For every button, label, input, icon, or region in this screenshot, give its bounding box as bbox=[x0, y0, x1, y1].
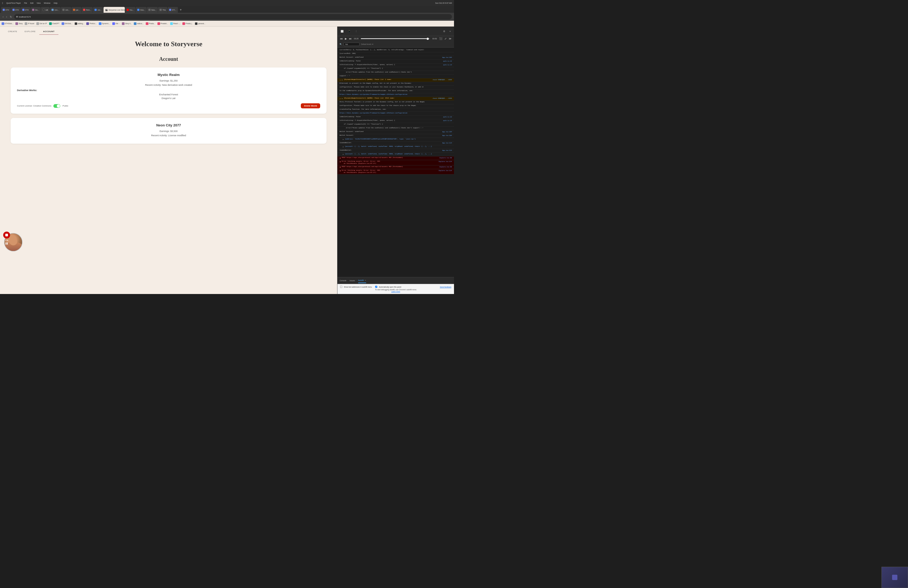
tab-active-storyverse[interactable]: 🎬 Storyverse Live Demo.mp4 × bbox=[103, 7, 125, 13]
bookmark-story[interactable]: Story bbox=[15, 22, 23, 25]
back-button[interactable]: ‹ bbox=[2, 15, 4, 19]
bookmark-pinata2[interactable]: Pinata |... bbox=[182, 22, 193, 25]
bookmark-chatgpt[interactable]: ChatGPT bbox=[49, 22, 60, 25]
nav-account[interactable]: ACCOUNT bbox=[39, 29, 58, 35]
tab-issues[interactable]: Issues bbox=[350, 279, 355, 283]
menu-window[interactable]: Window bbox=[44, 2, 50, 4]
bookmark-parseat[interactable]: parseat... bbox=[195, 22, 205, 25]
log-text: POST https://api.storyprotocol.net/api/v… bbox=[342, 157, 439, 159]
url-bar[interactable]: localhost:5174 bbox=[14, 14, 452, 19]
auto-open-checkbox[interactable] bbox=[375, 286, 377, 288]
log-text: [DynamicWagmiConnector] [WARN]: Chain (i… bbox=[344, 97, 431, 99]
vc-fullscreen-icon[interactable]: ⤢ bbox=[444, 37, 447, 40]
autofill-tab-close-icon[interactable]: × bbox=[365, 279, 366, 282]
error-icon: ● bbox=[340, 161, 341, 163]
tab-new[interactable]: New... bbox=[147, 7, 158, 13]
bookmark-adding[interactable]: adding... bbox=[75, 22, 84, 25]
send-feedback-link[interactable]: Send feedback bbox=[440, 286, 451, 288]
devtools-close-icon[interactable]: × bbox=[448, 29, 452, 33]
tab-eth-2[interactable]: ETH bbox=[11, 7, 21, 13]
vc-rewind-icon[interactable]: ⏮ bbox=[340, 37, 343, 40]
vc-expand-icon[interactable]: ≫ bbox=[449, 37, 451, 40]
log-text: if (typeof arguments[3] === "function") … bbox=[344, 68, 452, 69]
tab-story[interactable]: Sto... bbox=[31, 7, 40, 13]
tab-eth-3[interactable]: ETH bbox=[21, 7, 30, 13]
bookmark-ip-asset[interactable]: IP Asset bbox=[25, 22, 34, 25]
log-text: Error fetching assets: Error: Error: 403… bbox=[342, 169, 438, 174]
bookmark-walrus[interactable]: walrus... bbox=[134, 22, 143, 25]
bookmark-pimlico[interactable]: Pimlico... bbox=[86, 22, 97, 25]
main-layout: CREATE EXPLORE ACCOUNT Welcome to Storyv… bbox=[0, 27, 454, 294]
test-addresses-checkbox[interactable] bbox=[340, 286, 342, 288]
menu-edit[interactable]: Edit bbox=[30, 2, 34, 4]
tab-unc[interactable]: Unc... bbox=[50, 7, 61, 13]
filter-helper-text: Default levels ▼ bbox=[361, 43, 374, 45]
expand-icon[interactable]: ▶ bbox=[342, 79, 343, 81]
expand-icon[interactable]: ▶ bbox=[343, 139, 344, 140]
menu-help[interactable]: Help bbox=[54, 2, 57, 4]
reload-button[interactable]: ↻ bbox=[9, 15, 13, 19]
tab-unt[interactable]: Unt... bbox=[61, 7, 71, 13]
tab-sdk[interactable]: sdk bbox=[41, 7, 50, 13]
visibility-toggle[interactable] bbox=[53, 104, 60, 108]
record-stop-button[interactable] bbox=[3, 232, 10, 238]
progress-bar[interactable] bbox=[361, 38, 430, 39]
macos-menus:  QuickTime Player File Edit View Window… bbox=[2, 2, 57, 5]
tab-this[interactable]: This bbox=[158, 7, 167, 13]
nav-explore[interactable]: EXPLORE bbox=[21, 29, 39, 35]
bookmark-dynamic[interactable]: Dynamic... bbox=[99, 22, 110, 25]
tab-rem[interactable]: Rem... bbox=[82, 7, 93, 13]
tab-eth-1[interactable]: ETH bbox=[1, 7, 11, 13]
bookmark-pinataa[interactable]: PinataA... bbox=[158, 22, 168, 25]
vc-play-icon[interactable]: ▶ bbox=[345, 37, 347, 40]
log-line-error-2: ● Error fetching assets: Error: Error: 4… bbox=[337, 160, 454, 166]
expand-icon[interactable]: ▶ bbox=[343, 146, 344, 148]
vc-caption-icon[interactable]: ⬛ bbox=[439, 37, 442, 40]
account-section-title: Account bbox=[11, 56, 327, 62]
bookmark-close-icon[interactable]: × bbox=[119, 23, 120, 24]
bookmark-vite[interactable]: Vite × bbox=[112, 22, 120, 25]
expand-icon[interactable]: ▶ bbox=[342, 97, 343, 100]
tab-eti[interactable]: ETI... bbox=[167, 7, 178, 13]
tab-how[interactable]: How... bbox=[136, 7, 147, 13]
new-tab-button[interactable]: + bbox=[178, 7, 184, 13]
video-time: 1:36 bbox=[5, 240, 8, 241]
learn-more-link[interactable]: Learn more bbox=[391, 290, 400, 292]
bookmark-favicon bbox=[75, 22, 77, 25]
console-output[interactable]: currentRetry: 0, fallbackValue: {...}, m… bbox=[337, 48, 454, 277]
bookmark-label: IP Asset bbox=[28, 23, 34, 24]
devtools-more-icon[interactable]: ⋮ bbox=[354, 29, 358, 33]
log-link[interactable]: https://docs.dynamic.xyz/guides/framewor… bbox=[340, 112, 452, 114]
log-text: {currentMs3: 200} bbox=[340, 53, 452, 55]
tab-console[interactable]: Console bbox=[340, 279, 346, 283]
log-text: loadedWallet: bbox=[340, 149, 441, 151]
devtools-settings-icon[interactable]: ⚙ bbox=[442, 29, 446, 33]
tab-par[interactable]: par... bbox=[71, 7, 81, 13]
menu-file[interactable]: File bbox=[24, 2, 27, 4]
pause-button[interactable] bbox=[5, 242, 9, 245]
bookmark-pinata[interactable]: Pinata... bbox=[146, 22, 155, 25]
tab-autofill[interactable]: Autofill × bbox=[358, 278, 366, 283]
log-line: support — ! bbox=[337, 75, 454, 78]
forward-button[interactable]: › bbox=[6, 15, 7, 19]
tab-favicon bbox=[13, 9, 14, 11]
log-link[interactable]: https://docs.dynamic.xyz/guides/framewor… bbox=[340, 93, 452, 96]
tab-cov[interactable]: cov... bbox=[93, 7, 103, 13]
delete-world-button[interactable]: Delete World bbox=[301, 103, 320, 108]
expand-icon[interactable]: ▶ bbox=[343, 153, 344, 155]
menu-view[interactable]: View bbox=[37, 2, 40, 4]
bookmark-favicon bbox=[122, 22, 124, 25]
vc-fastforward-icon[interactable]: ⏭ bbox=[349, 37, 352, 40]
tab-you[interactable]: You... bbox=[125, 7, 135, 13]
log-text: error("State updates from the useState()… bbox=[346, 71, 452, 73]
bookmark-get-ip[interactable]: Get an IP bbox=[36, 22, 47, 25]
devtools-device-icon[interactable]: 📱 bbox=[347, 29, 352, 33]
tab-favicon bbox=[63, 9, 64, 11]
devtools-filter-input[interactable] bbox=[344, 42, 359, 46]
bookmark-react[interactable]: React -... bbox=[170, 22, 180, 25]
bookmark-ethglob[interactable]: ETHGlob... bbox=[2, 22, 13, 25]
bookmark-story-li[interactable]: Story li... bbox=[122, 22, 132, 25]
devtools-inspect-icon[interactable]: ⬜ bbox=[340, 29, 345, 33]
nav-create[interactable]: CREATE bbox=[4, 29, 21, 35]
bookmark-ethglob2[interactable]: EthGlob... bbox=[61, 22, 72, 25]
